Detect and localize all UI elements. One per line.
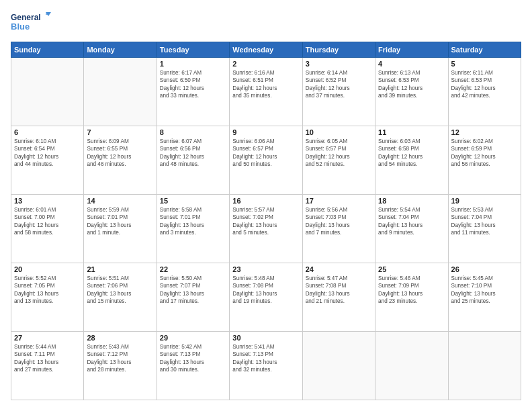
day-number: 15 [160, 197, 226, 205]
calendar-cell [302, 332, 375, 400]
svg-text:General: General [11, 13, 41, 22]
day-info: Sunrise: 5:56 AM Sunset: 7:03 PM Dayligh… [306, 206, 372, 237]
day-number: 23 [232, 265, 299, 273]
day-info: Sunrise: 5:43 AM Sunset: 7:12 PM Dayligh… [87, 343, 153, 374]
calendar-cell: 25Sunrise: 5:46 AM Sunset: 7:09 PM Dayli… [375, 263, 448, 332]
calendar-cell: 30Sunrise: 5:41 AM Sunset: 7:13 PM Dayli… [230, 332, 302, 400]
day-info: Sunrise: 5:48 AM Sunset: 7:08 PM Dayligh… [232, 275, 299, 306]
calendar-table: SundayMondayTuesdayWednesdayThursdayFrid… [11, 42, 521, 400]
calendar-cell: 5Sunrise: 6:11 AM Sunset: 6:53 PM Daylig… [448, 58, 521, 126]
header: General Blue [11, 11, 521, 35]
day-number: 2 [232, 60, 299, 68]
calendar-cell: 17Sunrise: 5:56 AM Sunset: 7:03 PM Dayli… [302, 195, 375, 263]
weekday-header-monday: Monday [84, 42, 157, 58]
calendar-cell [375, 332, 448, 400]
day-info: Sunrise: 6:14 AM Sunset: 6:52 PM Dayligh… [306, 69, 372, 100]
logo: General Blue [11, 11, 51, 35]
calendar-cell: 4Sunrise: 6:13 AM Sunset: 6:53 PM Daylig… [375, 58, 448, 126]
calendar-cell: 15Sunrise: 5:58 AM Sunset: 7:01 PM Dayli… [157, 195, 229, 263]
calendar-cell: 18Sunrise: 5:54 AM Sunset: 7:04 PM Dayli… [375, 195, 448, 263]
week-row-5: 27Sunrise: 5:44 AM Sunset: 7:11 PM Dayli… [11, 332, 521, 400]
week-row-4: 20Sunrise: 5:52 AM Sunset: 7:05 PM Dayli… [11, 263, 521, 332]
day-number: 9 [232, 128, 299, 136]
day-info: Sunrise: 6:06 AM Sunset: 6:57 PM Dayligh… [232, 138, 299, 169]
calendar-cell: 21Sunrise: 5:51 AM Sunset: 7:06 PM Dayli… [84, 263, 157, 332]
day-info: Sunrise: 5:54 AM Sunset: 7:04 PM Dayligh… [378, 206, 445, 237]
week-row-2: 6Sunrise: 6:10 AM Sunset: 6:54 PM Daylig… [11, 126, 521, 195]
day-info: Sunrise: 6:07 AM Sunset: 6:56 PM Dayligh… [160, 138, 226, 169]
logo-svg: General Blue [11, 11, 51, 35]
calendar-cell: 8Sunrise: 6:07 AM Sunset: 6:56 PM Daylig… [157, 126, 229, 195]
calendar-cell: 22Sunrise: 5:50 AM Sunset: 7:07 PM Dayli… [157, 263, 229, 332]
day-number: 13 [14, 197, 81, 205]
day-number: 10 [306, 128, 372, 136]
day-number: 25 [378, 265, 445, 273]
day-info: Sunrise: 5:41 AM Sunset: 7:13 PM Dayligh… [232, 343, 299, 374]
calendar-cell: 14Sunrise: 5:59 AM Sunset: 7:01 PM Dayli… [84, 195, 157, 263]
day-number: 29 [160, 334, 226, 342]
day-info: Sunrise: 5:47 AM Sunset: 7:08 PM Dayligh… [306, 275, 372, 306]
day-number: 19 [451, 197, 518, 205]
day-info: Sunrise: 5:59 AM Sunset: 7:01 PM Dayligh… [87, 206, 153, 237]
day-number: 21 [87, 265, 153, 273]
calendar-cell: 24Sunrise: 5:47 AM Sunset: 7:08 PM Dayli… [302, 263, 375, 332]
day-number: 11 [378, 128, 445, 136]
calendar-cell: 19Sunrise: 5:53 AM Sunset: 7:04 PM Dayli… [448, 195, 521, 263]
calendar-cell [448, 332, 521, 400]
day-number: 12 [451, 128, 518, 136]
day-info: Sunrise: 6:09 AM Sunset: 6:55 PM Dayligh… [87, 138, 153, 169]
weekday-header-tuesday: Tuesday [157, 42, 229, 58]
day-number: 30 [232, 334, 299, 342]
calendar-cell [84, 58, 157, 126]
day-info: Sunrise: 6:05 AM Sunset: 6:57 PM Dayligh… [306, 138, 372, 169]
weekday-header-saturday: Saturday [448, 42, 521, 58]
weekday-header-thursday: Thursday [302, 42, 375, 58]
calendar-cell: 27Sunrise: 5:44 AM Sunset: 7:11 PM Dayli… [11, 332, 84, 400]
day-number: 1 [160, 60, 226, 68]
calendar-cell: 11Sunrise: 6:03 AM Sunset: 6:58 PM Dayli… [375, 126, 448, 195]
day-number: 28 [87, 334, 153, 342]
day-info: Sunrise: 5:53 AM Sunset: 7:04 PM Dayligh… [451, 206, 518, 237]
calendar-cell: 3Sunrise: 6:14 AM Sunset: 6:52 PM Daylig… [302, 58, 375, 126]
calendar-cell [11, 58, 84, 126]
weekday-header-row: SundayMondayTuesdayWednesdayThursdayFrid… [11, 42, 521, 58]
day-number: 4 [378, 60, 445, 68]
day-number: 26 [451, 265, 518, 273]
calendar-cell: 16Sunrise: 5:57 AM Sunset: 7:02 PM Dayli… [230, 195, 302, 263]
day-info: Sunrise: 5:46 AM Sunset: 7:09 PM Dayligh… [378, 275, 445, 306]
day-info: Sunrise: 5:57 AM Sunset: 7:02 PM Dayligh… [232, 206, 299, 237]
day-number: 7 [87, 128, 153, 136]
calendar-cell: 12Sunrise: 6:02 AM Sunset: 6:59 PM Dayli… [448, 126, 521, 195]
calendar-cell: 1Sunrise: 6:17 AM Sunset: 6:50 PM Daylig… [157, 58, 229, 126]
calendar-cell: 23Sunrise: 5:48 AM Sunset: 7:08 PM Dayli… [230, 263, 302, 332]
day-info: Sunrise: 6:16 AM Sunset: 6:51 PM Dayligh… [232, 69, 299, 100]
day-info: Sunrise: 5:44 AM Sunset: 7:11 PM Dayligh… [14, 343, 81, 374]
day-number: 8 [160, 128, 226, 136]
day-number: 6 [14, 128, 81, 136]
calendar-cell: 10Sunrise: 6:05 AM Sunset: 6:57 PM Dayli… [302, 126, 375, 195]
day-number: 18 [378, 197, 445, 205]
day-info: Sunrise: 6:11 AM Sunset: 6:53 PM Dayligh… [451, 69, 518, 100]
day-number: 16 [232, 197, 299, 205]
day-number: 17 [306, 197, 372, 205]
weekday-header-wednesday: Wednesday [230, 42, 302, 58]
calendar-cell: 20Sunrise: 5:52 AM Sunset: 7:05 PM Dayli… [11, 263, 84, 332]
day-info: Sunrise: 5:51 AM Sunset: 7:06 PM Dayligh… [87, 275, 153, 306]
weekday-header-sunday: Sunday [11, 42, 84, 58]
week-row-3: 13Sunrise: 6:01 AM Sunset: 7:00 PM Dayli… [11, 195, 521, 263]
day-number: 3 [306, 60, 372, 68]
calendar-cell: 28Sunrise: 5:43 AM Sunset: 7:12 PM Dayli… [84, 332, 157, 400]
day-info: Sunrise: 6:17 AM Sunset: 6:50 PM Dayligh… [160, 69, 226, 100]
day-number: 24 [306, 265, 372, 273]
calendar-cell: 26Sunrise: 5:45 AM Sunset: 7:10 PM Dayli… [448, 263, 521, 332]
day-info: Sunrise: 6:10 AM Sunset: 6:54 PM Dayligh… [14, 138, 81, 169]
calendar-cell: 7Sunrise: 6:09 AM Sunset: 6:55 PM Daylig… [84, 126, 157, 195]
day-info: Sunrise: 6:13 AM Sunset: 6:53 PM Dayligh… [378, 69, 445, 100]
day-info: Sunrise: 5:58 AM Sunset: 7:01 PM Dayligh… [160, 206, 226, 237]
week-row-1: 1Sunrise: 6:17 AM Sunset: 6:50 PM Daylig… [11, 58, 521, 126]
day-info: Sunrise: 5:42 AM Sunset: 7:13 PM Dayligh… [160, 343, 226, 374]
day-number: 5 [451, 60, 518, 68]
calendar-cell: 29Sunrise: 5:42 AM Sunset: 7:13 PM Dayli… [157, 332, 229, 400]
day-info: Sunrise: 5:52 AM Sunset: 7:05 PM Dayligh… [14, 275, 81, 306]
svg-text:Blue: Blue [11, 21, 30, 32]
